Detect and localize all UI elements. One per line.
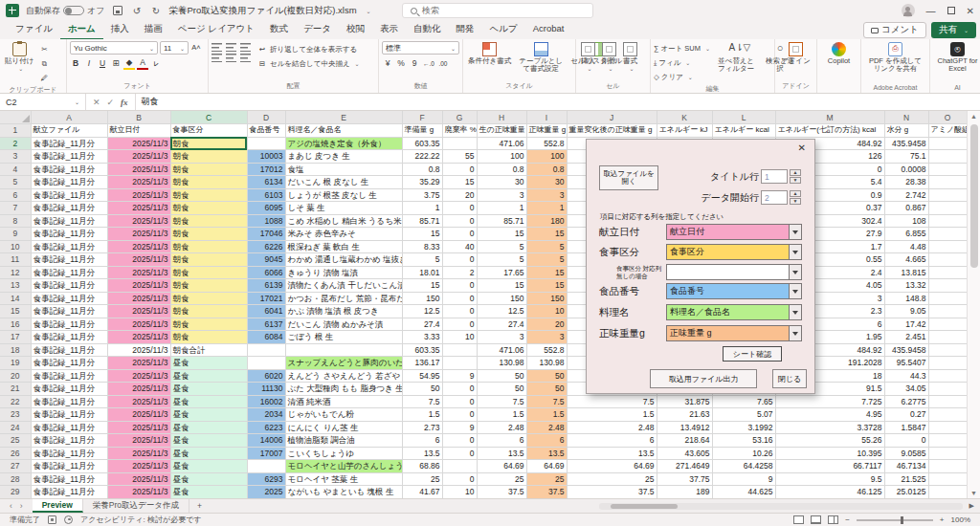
cell-N27[interactable]: 46.7134: [884, 460, 928, 473]
cell-D9[interactable]: 17046: [247, 228, 285, 241]
cell-E7[interactable]: しそ 葉 生: [285, 202, 402, 215]
cell-N4[interactable]: 0.0008: [884, 163, 928, 176]
cell-N11[interactable]: 4.665: [884, 253, 928, 267]
cell-G13[interactable]: 0: [442, 279, 477, 293]
currency-icon[interactable]: ¥: [382, 57, 393, 70]
column-header-F[interactable]: F: [402, 111, 442, 124]
cell-N20[interactable]: 44.3: [884, 369, 928, 383]
cell-A28[interactable]: 食事記録_11月分: [31, 472, 107, 486]
cell-A22[interactable]: 食事記録_11月分: [31, 395, 107, 408]
cell-F2[interactable]: 603.35: [402, 137, 442, 150]
header-cell-C1[interactable]: 食事区分: [170, 124, 247, 138]
cell-J23[interactable]: 1.5: [567, 408, 657, 422]
cell-O21[interactable]: [928, 383, 967, 396]
cell-B24[interactable]: 2025/11/3: [107, 421, 170, 434]
dialog-close-icon[interactable]: ✕: [795, 142, 809, 153]
cell-C14[interactable]: 朝食: [170, 292, 247, 305]
font-name-select[interactable]: Yu Gothic⌄: [70, 41, 158, 55]
confirm-entry-icon[interactable]: ✓: [107, 98, 115, 107]
cell-F18[interactable]: 603.35: [402, 343, 442, 357]
cell-A3[interactable]: 食事記録_11月分: [31, 150, 107, 164]
align-bottom-icon[interactable]: [240, 43, 251, 52]
cell-C12[interactable]: 朝食: [170, 266, 247, 279]
cell-C9[interactable]: 朝食: [170, 228, 247, 241]
row-header-15[interactable]: 15: [0, 305, 31, 318]
cell-F26[interactable]: 13.5: [402, 447, 442, 460]
cell-D13[interactable]: 6139: [247, 279, 285, 293]
cell-A24[interactable]: 食事記録_11月分: [31, 421, 107, 434]
cell-D11[interactable]: 9045: [247, 253, 285, 267]
cell-C22[interactable]: 昼食: [170, 395, 247, 408]
cell-B12[interactable]: 2025/11/3: [107, 266, 170, 279]
row-header-1[interactable]: 1: [0, 124, 31, 138]
export-import-file-button[interactable]: 取込用ファイル出力: [650, 369, 757, 388]
cell-O13[interactable]: [928, 279, 967, 293]
zoom-slider[interactable]: [857, 519, 933, 521]
cell-C29[interactable]: 昼食: [170, 486, 247, 499]
cell-O3[interactable]: [928, 150, 967, 164]
accessibility-status[interactable]: アクセシビリティ: 検討が必要です: [80, 515, 202, 525]
cell-G23[interactable]: 0: [442, 408, 477, 422]
cell-H18[interactable]: 471.06: [477, 343, 526, 357]
row-header-29[interactable]: 29: [0, 486, 31, 499]
cell-I17[interactable]: 3: [526, 331, 567, 344]
cell-M27[interactable]: 66.7117: [775, 460, 884, 473]
cell-A8[interactable]: 食事記録_11月分: [31, 214, 107, 228]
cell-N14[interactable]: 148.8: [884, 292, 928, 305]
row-header-22[interactable]: 22: [0, 395, 31, 408]
cell-B7[interactable]: 2025/11/3: [107, 202, 170, 215]
cell-E21[interactable]: ぶた 大型種肉 もも 脂身つき 生: [285, 383, 402, 396]
cell-L26[interactable]: 10.26: [712, 447, 775, 460]
cell-E26[interactable]: こいくちしょうゆ: [285, 447, 402, 460]
row-header-10[interactable]: 10: [0, 240, 31, 253]
cell-I2[interactable]: 552.8: [526, 137, 567, 150]
cell-E24[interactable]: にんにく りん茎 生: [285, 421, 402, 434]
cell-D19[interactable]: [247, 357, 285, 370]
cell-C8[interactable]: 朝食: [170, 214, 247, 228]
header-cell-J1[interactable]: 重量変化後の正味重量 g: [567, 124, 657, 138]
row-header-3[interactable]: 3: [0, 150, 31, 164]
cell-G6[interactable]: 20: [442, 188, 477, 202]
cell-E3[interactable]: まあじ 皮つき 生: [285, 150, 402, 164]
cell-G25[interactable]: 0: [442, 434, 477, 448]
cell-B29[interactable]: 2025/11/3: [107, 486, 170, 499]
format-as-table-button[interactable]: テーブルとして書式設定: [516, 41, 566, 75]
cell-N6[interactable]: 2.742: [884, 188, 928, 202]
cell-C4[interactable]: 朝食: [170, 163, 247, 176]
header-cell-N1[interactable]: 水分 g: [884, 124, 928, 138]
zoom-level[interactable]: 100%: [951, 515, 970, 524]
cell-I16[interactable]: 20: [526, 318, 567, 331]
cell-F11[interactable]: 5: [402, 253, 442, 267]
cell-O25[interactable]: [928, 434, 967, 448]
cell-I21[interactable]: 50: [526, 383, 567, 396]
cell-H4[interactable]: 0.8: [477, 163, 526, 176]
vertical-scrollbar[interactable]: ▲ ▼: [967, 111, 980, 498]
cell-H3[interactable]: 100: [477, 150, 526, 164]
cell-I12[interactable]: 15: [526, 266, 567, 279]
cell-H5[interactable]: 30: [477, 176, 526, 189]
food-number-select[interactable]: 食品番号: [666, 283, 802, 299]
cell-B2[interactable]: 2025/11/3: [107, 137, 170, 150]
column-header-E[interactable]: E: [285, 111, 402, 124]
cell-E28[interactable]: モロヘイヤ 茎葉 生: [285, 472, 402, 486]
cell-G27[interactable]: [442, 460, 477, 473]
row-header-2[interactable]: 2: [0, 137, 31, 150]
zoom-slider-thumb[interactable]: [901, 516, 903, 524]
cell-N24[interactable]: 1.5847: [884, 421, 928, 434]
cell-F12[interactable]: 18.01: [402, 266, 442, 279]
grow-font-icon[interactable]: A˄: [190, 41, 202, 54]
macro-record-icon[interactable]: [48, 515, 56, 524]
cell-E4[interactable]: 食塩: [285, 163, 402, 176]
row-header-12[interactable]: 12: [0, 266, 31, 279]
cell-N13[interactable]: 13.32: [884, 279, 928, 293]
cell-H6[interactable]: 3: [477, 188, 526, 202]
cell-G2[interactable]: [442, 137, 477, 150]
cell-A10[interactable]: 食事記録_11月分: [31, 240, 107, 253]
scroll-down-icon[interactable]: ▼: [970, 488, 977, 498]
cell-A21[interactable]: 食事記録_11月分: [31, 383, 107, 396]
cell-G10[interactable]: 40: [442, 240, 477, 253]
cell-L22[interactable]: 7.65: [712, 395, 775, 408]
row-header-9[interactable]: 9: [0, 228, 31, 241]
title-row-spinner[interactable]: ▲▼: [790, 169, 801, 184]
header-cell-A1[interactable]: 献立ファイル: [31, 124, 107, 138]
